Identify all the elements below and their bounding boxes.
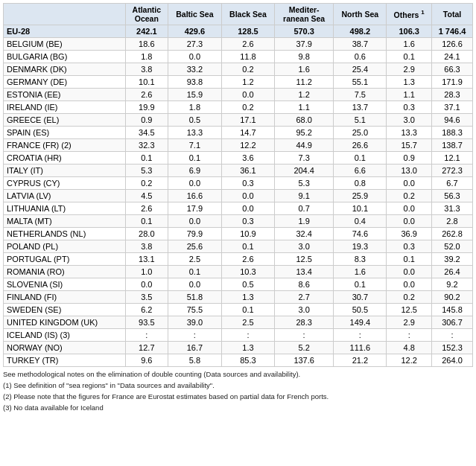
country-cell: GREECE (EL) bbox=[4, 114, 126, 127]
value-cell: 0.3 bbox=[387, 101, 432, 114]
country-cell: BELGIUM (BE) bbox=[4, 38, 126, 51]
footnote-item: (2) Please note that the figures for Fra… bbox=[3, 392, 473, 400]
value-cell: 0.0 bbox=[387, 202, 432, 215]
value-cell: 15.9 bbox=[168, 89, 221, 101]
table-row: ICELAND (IS) (3)::::::: bbox=[4, 329, 473, 342]
country-cell: ESTONIA (EE) bbox=[4, 89, 126, 101]
value-cell: 0.8 bbox=[334, 177, 387, 190]
value-cell: 0.5 bbox=[168, 114, 221, 127]
value-cell: 74.6 bbox=[334, 228, 387, 240]
value-cell: 93.5 bbox=[125, 316, 168, 329]
value-cell: 0.0 bbox=[387, 278, 432, 291]
value-cell: 66.3 bbox=[432, 63, 473, 76]
country-cell: GERMANY (DE) bbox=[4, 76, 126, 89]
value-cell: : bbox=[168, 329, 221, 342]
value-cell: 28.3 bbox=[275, 316, 334, 329]
value-cell: 0.2 bbox=[125, 177, 168, 190]
value-cell: 1.1 bbox=[275, 101, 334, 114]
table-row: SPAIN (ES)34.513.314.795.225.013.3188.3 bbox=[4, 127, 473, 139]
value-cell: 2.7 bbox=[275, 291, 334, 304]
value-cell: 7.1 bbox=[168, 139, 221, 152]
value-cell: 0.1 bbox=[125, 152, 168, 165]
value-cell: 2.6 bbox=[125, 202, 168, 215]
table-row: CYPRUS (CY)0.20.00.35.30.80.06.7 bbox=[4, 177, 473, 190]
table-row: DENMARK (DK)3.833.20.21.625.42.966.3 bbox=[4, 63, 473, 76]
value-cell: 9.8 bbox=[275, 51, 334, 63]
value-cell: 36.1 bbox=[221, 165, 274, 177]
value-cell: 0.0 bbox=[168, 177, 221, 190]
value-cell: 2.6 bbox=[221, 253, 274, 266]
col-header-country bbox=[4, 4, 126, 25]
table-row: PORTUGAL (PT)13.12.52.612.58.30.139.2 bbox=[4, 253, 473, 266]
col-header-atlantic: AtlanticOcean bbox=[125, 4, 168, 25]
value-cell: 0.0 bbox=[221, 190, 274, 202]
value-cell: 68.0 bbox=[275, 114, 334, 127]
value-cell: 14.7 bbox=[221, 127, 274, 139]
value-cell: 8.6 bbox=[275, 278, 334, 291]
value-cell: 1.3 bbox=[221, 291, 274, 304]
value-cell: 39.0 bbox=[168, 316, 221, 329]
value-cell: 0.0 bbox=[168, 278, 221, 291]
value-cell: 5.1 bbox=[334, 114, 387, 127]
value-cell: 138.7 bbox=[432, 139, 473, 152]
value-cell: 1.3 bbox=[387, 76, 432, 89]
value-cell: 33.2 bbox=[168, 63, 221, 76]
value-cell: 272.3 bbox=[432, 165, 473, 177]
value-cell: 37.1 bbox=[432, 101, 473, 114]
value-cell: 10.1 bbox=[334, 202, 387, 215]
value-cell: 0.7 bbox=[275, 202, 334, 215]
value-cell: 2.9 bbox=[387, 63, 432, 76]
value-cell: 79.9 bbox=[168, 228, 221, 240]
value-cell: : bbox=[432, 329, 473, 342]
value-cell: 1.0 bbox=[125, 266, 168, 278]
value-cell: 93.8 bbox=[168, 76, 221, 89]
value-cell: 25.4 bbox=[334, 63, 387, 76]
value-cell: 128.5 bbox=[221, 25, 274, 38]
value-cell: 28.0 bbox=[125, 228, 168, 240]
table-row: BULGARIA (BG)1.80.011.89.80.60.124.1 bbox=[4, 51, 473, 63]
value-cell: 0.1 bbox=[387, 51, 432, 63]
value-cell: 3.6 bbox=[221, 152, 274, 165]
value-cell: : bbox=[221, 329, 274, 342]
value-cell: 0.1 bbox=[168, 152, 221, 165]
value-cell: 5.3 bbox=[275, 177, 334, 190]
country-cell: UNITED KINGDOM (UK) bbox=[4, 316, 126, 329]
table-row: MALTA (MT)0.10.00.31.90.40.02.8 bbox=[4, 215, 473, 228]
value-cell: 16.6 bbox=[168, 190, 221, 202]
value-cell: 2.9 bbox=[387, 316, 432, 329]
value-cell: 12.7 bbox=[125, 342, 168, 354]
value-cell: 12.2 bbox=[221, 139, 274, 152]
table-row: BELGIUM (BE)18.627.32.637.938.71.6126.6 bbox=[4, 38, 473, 51]
value-cell: 111.6 bbox=[334, 342, 387, 354]
country-cell: DENMARK (DK) bbox=[4, 63, 126, 76]
table-row: UNITED KINGDOM (UK)93.539.02.528.3149.42… bbox=[4, 316, 473, 329]
value-cell: 6.6 bbox=[334, 165, 387, 177]
value-cell: 0.1 bbox=[125, 215, 168, 228]
value-cell: 4.5 bbox=[125, 190, 168, 202]
table-row: NETHERLANDS (NL)28.079.910.932.474.636.9… bbox=[4, 228, 473, 240]
table-row: FINLAND (FI)3.551.81.32.730.70.290.2 bbox=[4, 291, 473, 304]
value-cell: 7.5 bbox=[334, 89, 387, 101]
country-cell: NORWAY (NO) bbox=[4, 342, 126, 354]
country-cell: FRANCE (FR) (2) bbox=[4, 139, 126, 152]
value-cell: 5.8 bbox=[168, 354, 221, 367]
country-cell: SWEDEN (SE) bbox=[4, 304, 126, 316]
value-cell: 5.3 bbox=[125, 165, 168, 177]
value-cell: 12.1 bbox=[432, 152, 473, 165]
value-cell: 0.0 bbox=[387, 177, 432, 190]
value-cell: 16.7 bbox=[168, 342, 221, 354]
value-cell: 106.3 bbox=[387, 25, 432, 38]
value-cell: 0.0 bbox=[387, 215, 432, 228]
value-cell: 17.1 bbox=[221, 114, 274, 127]
value-cell: 5.2 bbox=[275, 342, 334, 354]
value-cell: 19.9 bbox=[125, 101, 168, 114]
country-cell: ICELAND (IS) (3) bbox=[4, 329, 126, 342]
value-cell: 0.0 bbox=[168, 215, 221, 228]
table-row: ROMANIA (RO)1.00.110.313.41.60.026.4 bbox=[4, 266, 473, 278]
value-cell: 2.5 bbox=[221, 316, 274, 329]
value-cell: 2.6 bbox=[221, 38, 274, 51]
value-cell: 0.6 bbox=[334, 51, 387, 63]
country-cell: CYPRUS (CY) bbox=[4, 177, 126, 190]
value-cell: 25.0 bbox=[334, 127, 387, 139]
value-cell: 9.6 bbox=[125, 354, 168, 367]
